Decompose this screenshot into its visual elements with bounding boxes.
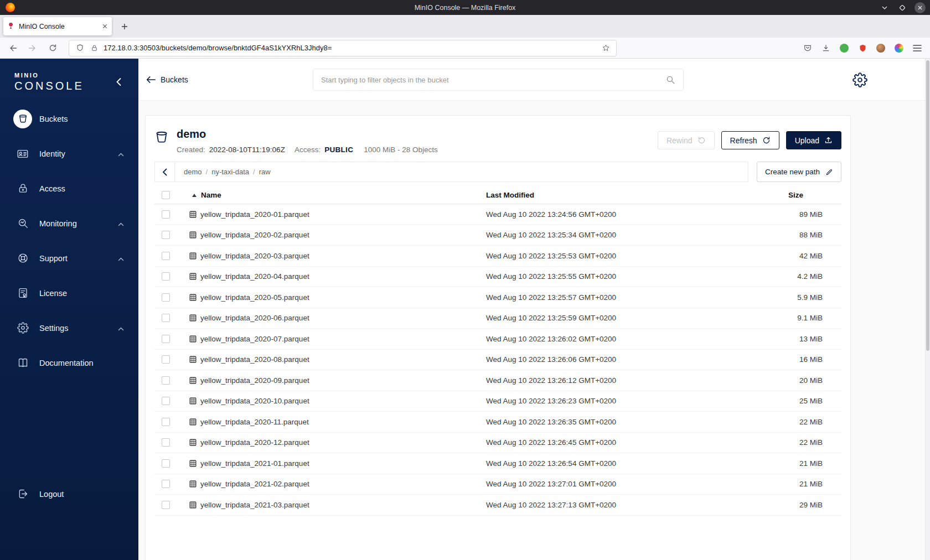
object-name[interactable]: yellow_tripdata_2020-04.parquet [200,272,309,281]
table-row[interactable]: yellow_tripdata_2021-01.parquet Wed Aug … [154,453,841,474]
upload-button[interactable]: Upload [786,131,841,149]
forward-button[interactable] [25,41,40,55]
select-all-checkbox[interactable] [162,191,170,199]
object-name[interactable]: yellow_tripdata_2020-01.parquet [200,210,309,219]
row-checkbox[interactable] [162,335,170,343]
table-row[interactable]: yellow_tripdata_2020-12.parquet Wed Aug … [154,433,841,454]
table-row[interactable]: yellow_tripdata_2020-11.parquet Wed Aug … [154,412,841,433]
object-name[interactable]: yellow_tripdata_2020-10.parquet [200,397,309,405]
row-checkbox[interactable] [162,480,170,488]
settings-gear-button[interactable] [851,71,868,88]
pocket-icon[interactable] [803,43,813,53]
object-name[interactable]: yellow_tripdata_2021-02.parquet [200,480,309,488]
sidebar-item-identity[interactable]: Identity [0,136,138,171]
column-header-last-modified[interactable]: Last Modified [486,191,787,199]
table-row[interactable]: yellow_tripdata_2020-08.parquet Wed Aug … [154,350,841,371]
tab-minio-console[interactable]: MinIO Console [3,17,112,35]
table-row[interactable]: yellow_tripdata_2020-06.parquet Wed Aug … [154,308,841,329]
object-name[interactable]: yellow_tripdata_2021-01.parquet [200,459,309,468]
row-checkbox[interactable] [162,252,170,260]
row-checkbox[interactable] [162,231,170,239]
rewind-button[interactable]: Rewind [658,131,715,149]
object-name[interactable]: yellow_tripdata_2020-09.parquet [200,376,309,385]
row-checkbox[interactable] [162,314,170,322]
access-value[interactable]: PUBLIC [324,146,353,154]
row-checkbox[interactable] [162,376,170,385]
breadcrumb-segment[interactable]: ny-taxi-data [211,168,249,176]
back-to-buckets-link[interactable]: Buckets [146,75,188,84]
table-row[interactable]: yellow_tripdata_2020-03.parquet Wed Aug … [154,246,841,267]
scrollbar-thumb[interactable] [926,60,929,351]
new-tab-button[interactable] [116,18,133,35]
page-scrollbar[interactable] [925,59,930,560]
chevron-left-icon [162,168,167,176]
object-name[interactable]: yellow_tripdata_2020-12.parquet [200,438,309,447]
sidebar-item-settings[interactable]: Settings [0,310,138,345]
bookmark-star-icon[interactable] [601,43,611,53]
sidebar-item-monitoring[interactable]: Monitoring [0,206,138,241]
ublock-shield-icon[interactable] [857,43,867,53]
object-name[interactable]: yellow_tripdata_2020-02.parquet [200,231,309,239]
sidebar-item-documentation[interactable]: Documentation [0,345,138,380]
extension-icon-pinwheel[interactable] [894,43,904,53]
table-row[interactable]: yellow_tripdata_2020-05.parquet Wed Aug … [154,287,841,308]
sidebar-item-support[interactable]: Support [0,241,138,276]
sidebar-item-label: Access [39,184,65,193]
object-filter-search[interactable] [313,69,684,91]
reload-button[interactable] [45,41,60,55]
table-row[interactable]: yellow_tripdata_2020-01.parquet Wed Aug … [154,204,841,225]
row-checkbox[interactable] [162,210,170,219]
tracking-shield-icon[interactable] [75,43,85,53]
tab-close-icon[interactable] [102,24,107,29]
window-close-button[interactable] [914,2,926,13]
window-titlebar: MinIO Console — Mozilla Firefox [0,0,930,15]
extension-icon-green[interactable] [839,43,849,53]
search-input[interactable] [321,76,661,84]
profile-avatar-icon[interactable] [876,43,886,53]
object-name[interactable]: yellow_tripdata_2020-08.parquet [200,355,309,364]
object-name[interactable]: yellow_tripdata_2020-11.parquet [200,418,309,426]
window-maximize-button[interactable] [897,2,908,13]
downloads-icon[interactable] [821,43,831,53]
object-name[interactable]: yellow_tripdata_2020-03.parquet [200,252,309,260]
row-checkbox[interactable] [162,355,170,364]
breadcrumb-segment[interactable]: demo [184,168,202,176]
row-checkbox[interactable] [162,418,170,426]
sidebar-item-license[interactable]: License [0,276,138,310]
connection-lock-icon[interactable] [89,43,99,53]
object-name[interactable]: yellow_tripdata_2020-07.parquet [200,335,309,343]
column-header-size[interactable]: Size [787,191,841,199]
row-checkbox[interactable] [162,293,170,302]
menu-button[interactable] [912,43,922,53]
url-input[interactable] [104,44,596,52]
breadcrumb-segment[interactable]: raw [259,168,271,176]
back-button[interactable] [6,41,20,55]
parquet-file-icon [189,355,197,364]
object-name[interactable]: yellow_tripdata_2020-05.parquet [200,293,309,302]
row-checkbox[interactable] [162,272,170,281]
table-row[interactable]: yellow_tripdata_2021-03.parquet Wed Aug … [154,495,841,516]
window-minimize-button[interactable] [879,2,890,13]
url-bar[interactable] [69,40,617,56]
parquet-file-icon [189,335,197,343]
column-header-name[interactable]: Name [177,191,486,199]
refresh-button[interactable]: Refresh [721,131,779,149]
object-name[interactable]: yellow_tripdata_2021-03.parquet [200,501,309,509]
table-row[interactable]: yellow_tripdata_2021-02.parquet Wed Aug … [154,474,841,495]
sidebar-item-logout[interactable]: Logout [0,476,138,511]
row-checkbox[interactable] [162,397,170,405]
row-checkbox[interactable] [162,438,170,447]
object-name[interactable]: yellow_tripdata_2020-06.parquet [200,314,309,322]
table-row[interactable]: yellow_tripdata_2020-09.parquet Wed Aug … [154,370,841,391]
create-new-path-button[interactable]: Create new path [757,162,841,182]
sidebar-collapse-button[interactable] [116,77,122,89]
table-row[interactable]: yellow_tripdata_2020-07.parquet Wed Aug … [154,329,841,350]
sidebar-item-buckets[interactable]: Buckets [0,101,138,136]
path-back-button[interactable] [154,162,175,182]
table-row[interactable]: yellow_tripdata_2020-02.parquet Wed Aug … [154,225,841,246]
sidebar-item-access[interactable]: Access [0,171,138,206]
row-checkbox[interactable] [162,459,170,468]
row-checkbox[interactable] [162,501,170,509]
table-row[interactable]: yellow_tripdata_2020-04.parquet Wed Aug … [154,267,841,288]
table-row[interactable]: yellow_tripdata_2020-10.parquet Wed Aug … [154,391,841,412]
